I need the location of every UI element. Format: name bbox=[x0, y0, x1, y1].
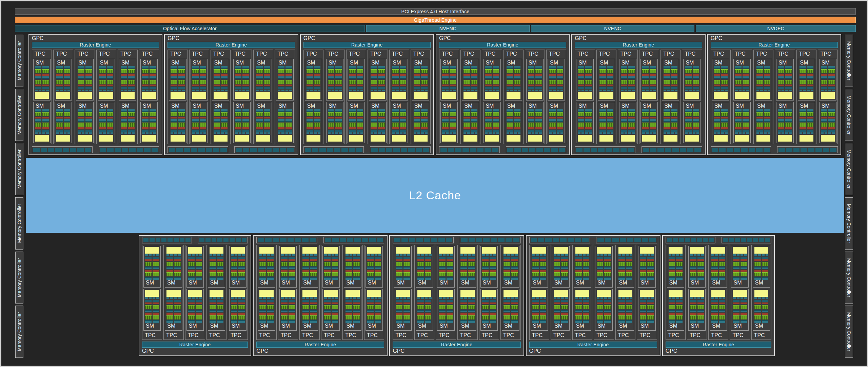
sm-l1-cache-block-cell bbox=[78, 92, 92, 99]
sm-core-array-cell bbox=[259, 305, 266, 309]
sm-core-array-cell bbox=[56, 112, 63, 116]
sm-core-array-cell bbox=[332, 262, 338, 266]
sm-core-array-cell bbox=[174, 272, 180, 276]
sm-scheduler-bar-cell bbox=[618, 267, 625, 269]
raster-engine-label: Raster Engine bbox=[441, 342, 473, 347]
sm-ldst-bar bbox=[442, 130, 456, 132]
sm-scheduler-bar bbox=[324, 277, 338, 280]
sm-label: SM bbox=[504, 323, 518, 329]
sm-scheduler-bar-cell bbox=[349, 119, 356, 122]
sm-scheduler-bar bbox=[599, 109, 613, 112]
sm-sfu-segments-row-cell bbox=[225, 90, 228, 91]
sm-scheduler-bar-cell bbox=[150, 66, 156, 69]
sm-core-array bbox=[482, 315, 496, 319]
sm-sfu-segments-row-cell bbox=[153, 132, 156, 134]
sm-internal-units bbox=[210, 290, 223, 323]
rop-segment bbox=[356, 148, 363, 152]
sm-l1-cache-block bbox=[800, 135, 813, 142]
sm-scheduler-bar-cell bbox=[507, 119, 513, 122]
rop-segment bbox=[598, 148, 605, 152]
sm-ldst-bar-cell bbox=[719, 300, 725, 302]
sm-scheduler-bar-cell bbox=[367, 267, 374, 269]
sm-core-array-cell bbox=[671, 80, 677, 84]
sm-core-array bbox=[414, 112, 428, 116]
sm-l1-cache-block-cell bbox=[166, 247, 180, 254]
sm-sfu-segments-row bbox=[711, 297, 725, 299]
sm-core-array-cell bbox=[231, 315, 237, 319]
sm-core-divider-bar bbox=[210, 259, 223, 261]
sm-internal-units bbox=[756, 109, 770, 142]
sm-scheduler-bar-cell bbox=[578, 76, 584, 79]
sm-l1-cache-block-cell bbox=[756, 92, 770, 99]
sm-l1-cache-block-cell bbox=[346, 247, 360, 254]
sm-core-divider-bar bbox=[821, 117, 835, 118]
sm-sfu-segments-row-cell bbox=[39, 90, 41, 91]
sm-label: SM bbox=[371, 60, 384, 66]
sm-core-divider-bar-cell bbox=[171, 74, 177, 76]
sm-l1-cache-block bbox=[214, 92, 228, 99]
sm-scheduler-bar bbox=[307, 109, 320, 112]
tpc-label: TPC bbox=[753, 332, 770, 339]
sm-scheduler-bar-cell bbox=[302, 267, 309, 269]
sm-core-divider-bar-cell bbox=[828, 117, 835, 118]
sm-core-divider-bar-cell bbox=[669, 259, 675, 261]
sm-core-divider-bar-cell bbox=[188, 313, 195, 315]
sm-core-divider-bar bbox=[417, 259, 432, 261]
sm-label: SM bbox=[214, 103, 228, 109]
sm-core-divider-bar-cell bbox=[314, 127, 320, 129]
sm-core-array bbox=[642, 112, 656, 116]
sm-ldst-bar-cell bbox=[367, 300, 374, 302]
rop-segment bbox=[325, 238, 331, 242]
sm-sfu-segments-row bbox=[756, 90, 770, 91]
tpc-label: TPC bbox=[391, 51, 408, 57]
sm-scheduler-bar-cell bbox=[421, 76, 428, 79]
sm-core-divider-bar-cell bbox=[447, 259, 453, 261]
nvdec-bar: NVDEC bbox=[696, 25, 856, 32]
rop-segment bbox=[830, 148, 836, 152]
sm-scheduler-bar-cell bbox=[281, 267, 288, 269]
sm-ldst-bar-cell bbox=[460, 300, 467, 302]
sm-core-divider-bar bbox=[578, 85, 592, 86]
sm-core-divider-bar-cell bbox=[585, 85, 592, 86]
sm-l1-cache-block-cell bbox=[56, 92, 70, 99]
sm-core-divider-bar bbox=[349, 74, 363, 76]
sm-core-divider-bar bbox=[166, 259, 180, 261]
sm-core-divider-bar bbox=[800, 127, 813, 129]
sm-sfu-segments-row-cell bbox=[496, 90, 499, 91]
sm-core-array bbox=[192, 69, 206, 73]
rop-bars-row bbox=[393, 237, 520, 243]
sm-ldst-bar bbox=[549, 87, 563, 89]
sm-sfu-segments-row-cell bbox=[403, 132, 406, 134]
sm-core-array bbox=[532, 262, 547, 266]
sm-scheduler-bar-cell bbox=[807, 76, 813, 79]
sm-sfu-segments-row bbox=[78, 132, 92, 134]
sm-sfu-segments-row-cell bbox=[35, 90, 38, 91]
sm-ldst-bar-cell bbox=[145, 257, 152, 259]
rop-segment bbox=[70, 148, 77, 152]
sm-scheduler-bar-cell bbox=[121, 119, 127, 122]
sm-core-divider-bar-cell bbox=[335, 127, 342, 129]
sm-scheduler-bar-cell bbox=[719, 310, 725, 312]
sm-core-divider-bar-cell bbox=[557, 127, 563, 129]
raster-engine-bar: Raster Engine bbox=[303, 42, 431, 48]
sm-scheduler-bar bbox=[575, 277, 590, 280]
sm-scheduler-bar-cell bbox=[417, 310, 424, 312]
sm-core-array bbox=[259, 315, 274, 319]
sm-l1-cache-block-cell bbox=[414, 92, 428, 99]
sm-scheduler-bar bbox=[439, 320, 453, 323]
sm-sfu-segments-row-cell bbox=[754, 254, 757, 256]
rop-segment bbox=[712, 148, 718, 152]
sm-core-divider-bar-cell bbox=[460, 259, 467, 261]
sm-core-array-cell bbox=[490, 262, 496, 266]
sm-core-array-cell bbox=[733, 272, 739, 276]
sm-scheduler-bar bbox=[231, 320, 245, 323]
sm-core-divider-bar-cell bbox=[414, 74, 420, 76]
sm-core-array-cell bbox=[485, 69, 491, 73]
tpc-label: TPC bbox=[169, 51, 186, 57]
sm-sfu-segments-row-cell bbox=[511, 254, 514, 256]
sm-sfu-segments-row-cell bbox=[672, 254, 675, 256]
sm-scheduler-bar bbox=[121, 66, 135, 69]
sm-sfu-segments-row-cell bbox=[549, 90, 552, 91]
sm-core-divider-bar-cell bbox=[121, 127, 127, 129]
sm-ldst-bar-cell bbox=[281, 300, 288, 302]
